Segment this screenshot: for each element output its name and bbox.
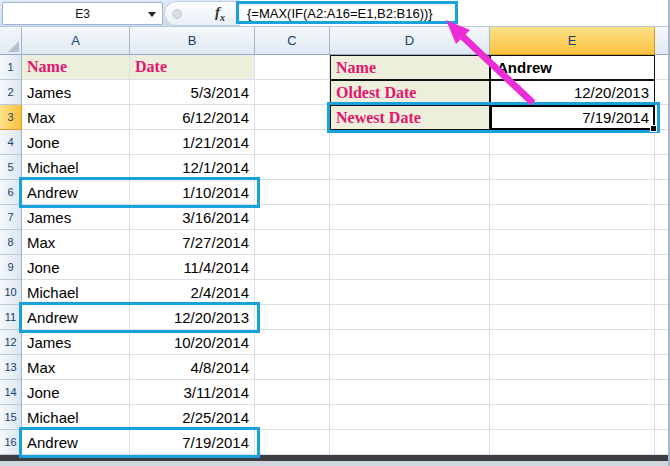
cell-A16[interactable]: Andrew [22,430,130,455]
cell-A4[interactable]: Jone [22,130,130,155]
cell-C3[interactable] [255,105,330,130]
cell-B3[interactable]: 6/12/2014 [130,105,255,130]
cell-D11[interactable] [330,305,490,330]
cell-B16[interactable]: 7/19/2014 [130,430,255,455]
row-header-2[interactable]: 2 [0,80,22,105]
row-header-7[interactable]: 7 [0,205,22,230]
cell-D3[interactable]: Newest Date [330,105,490,130]
cell-C4[interactable] [255,130,330,155]
cell-E16[interactable] [490,430,655,455]
cell-B2[interactable]: 5/3/2014 [130,80,255,105]
cell-E12[interactable] [490,330,655,355]
fill-handle[interactable] [650,125,657,132]
cell-D14[interactable] [330,380,490,405]
cell-E9[interactable] [490,255,655,280]
cell-C1[interactable] [255,55,330,80]
insert-function-icon[interactable]: fx [215,4,225,23]
cell-B8[interactable]: 7/27/2014 [130,230,255,255]
cell-A1[interactable]: Name [22,55,130,80]
cell-C7[interactable] [255,205,330,230]
row-header-4[interactable]: 4 [0,130,22,155]
cell-C10[interactable] [255,280,330,305]
cell-A9[interactable]: Jone [22,255,130,280]
cell-E6[interactable] [490,180,655,205]
cell-A8[interactable]: Max [22,230,130,255]
column-header-A[interactable]: A [22,27,130,55]
row-header-3[interactable]: 3 [0,105,22,130]
cell-A10[interactable]: Michael [22,280,130,305]
cell-B11[interactable]: 12/20/2013 [130,305,255,330]
cell-E15[interactable] [490,405,655,430]
cell-B13[interactable]: 4/8/2014 [130,355,255,380]
cell-E11[interactable] [490,305,655,330]
cell-D13[interactable] [330,355,490,380]
column-header-E[interactable]: E [490,27,655,55]
cell-C11[interactable] [255,305,330,330]
cell-E1[interactable]: Andrew [490,55,655,80]
cell-B14[interactable]: 3/11/2014 [130,380,255,405]
cell-B1[interactable]: Date [130,55,255,80]
cell-E10[interactable] [490,280,655,305]
cell-C14[interactable] [255,380,330,405]
cell-D5[interactable] [330,155,490,180]
row-header-13[interactable]: 13 [0,355,22,380]
name-box[interactable]: E3 [2,2,163,25]
row-header-12[interactable]: 12 [0,330,22,355]
select-all-corner[interactable] [0,27,22,55]
cell-C9[interactable] [255,255,330,280]
cell-B12[interactable]: 10/20/2014 [130,330,255,355]
row-header-11[interactable]: 11 [0,305,22,330]
cell-A2[interactable]: James [22,80,130,105]
row-header-8[interactable]: 8 [0,230,22,255]
cell-B10[interactable]: 2/4/2014 [130,280,255,305]
column-header-B[interactable]: B [130,27,255,55]
row-header-14[interactable]: 14 [0,380,22,405]
cell-B6[interactable]: 1/10/2014 [130,180,255,205]
cell-E13[interactable] [490,355,655,380]
cell-D7[interactable] [330,205,490,230]
cell-E2[interactable]: 12/20/2013 [490,80,655,105]
cell-B7[interactable]: 3/16/2014 [130,205,255,230]
cell-C8[interactable] [255,230,330,255]
cell-D2[interactable]: Oldest Date [330,80,490,105]
row-header-16[interactable]: 16 [0,430,22,455]
row-header-10[interactable]: 10 [0,280,22,305]
cell-D6[interactable] [330,180,490,205]
column-header-D[interactable]: D [330,27,490,55]
cell-A13[interactable]: Max [22,355,130,380]
cell-A5[interactable]: Michael [22,155,130,180]
cell-C16[interactable] [255,430,330,455]
cell-A14[interactable]: Jone [22,380,130,405]
cell-E4[interactable] [490,130,655,155]
cell-C13[interactable] [255,355,330,380]
cell-B15[interactable]: 2/25/2014 [130,405,255,430]
row-header-15[interactable]: 15 [0,405,22,430]
row-header-1[interactable]: 1 [0,55,22,80]
cell-B5[interactable]: 12/1/2014 [130,155,255,180]
cell-A11[interactable]: Andrew [22,305,130,330]
cell-D8[interactable] [330,230,490,255]
cell-E8[interactable] [490,230,655,255]
cell-D9[interactable] [330,255,490,280]
cell-C2[interactable] [255,80,330,105]
row-header-9[interactable]: 9 [0,255,22,280]
cell-E5[interactable] [490,155,655,180]
chevron-down-icon[interactable] [148,12,156,17]
cell-A7[interactable]: James [22,205,130,230]
row-header-5[interactable]: 5 [0,155,22,180]
cell-C12[interactable] [255,330,330,355]
cell-D10[interactable] [330,280,490,305]
cell-D16[interactable] [330,430,490,455]
cell-A3[interactable]: Max [22,105,130,130]
cell-D15[interactable] [330,405,490,430]
cell-C6[interactable] [255,180,330,205]
cell-D4[interactable] [330,130,490,155]
cell-A6[interactable]: Andrew [22,180,130,205]
cell-C5[interactable] [255,155,330,180]
cell-A12[interactable]: James [22,330,130,355]
cell-E14[interactable] [490,380,655,405]
cell-D12[interactable] [330,330,490,355]
cell-B9[interactable]: 11/4/2014 [130,255,255,280]
cell-A15[interactable]: Michael [22,405,130,430]
row-header-6[interactable]: 6 [0,180,22,205]
